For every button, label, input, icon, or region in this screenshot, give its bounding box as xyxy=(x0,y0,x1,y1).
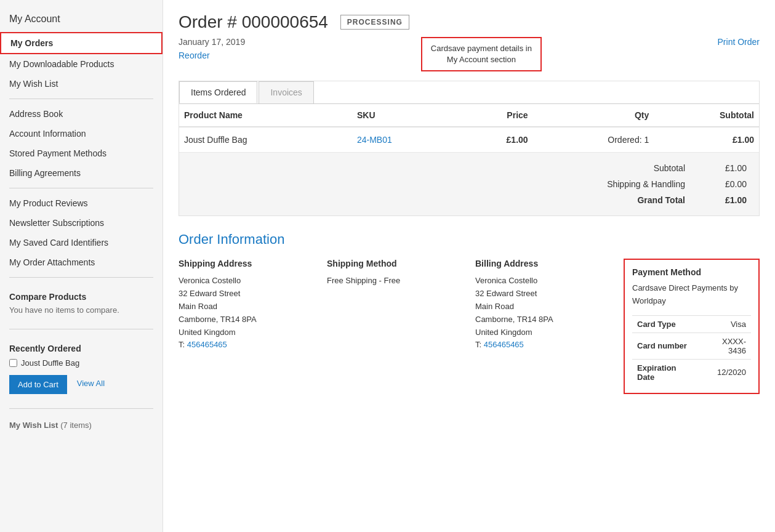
card-type-label: Card Type xyxy=(632,315,700,332)
sidebar-item-address-book[interactable]: Address Book xyxy=(0,104,163,124)
payment-method-section: Payment Method Cardsave Direct Payments … xyxy=(624,259,760,394)
expiration-value: 12/2020 xyxy=(700,359,751,385)
card-number-label: Card number xyxy=(632,332,700,359)
card-type-row: Card Type Visa xyxy=(632,315,751,332)
card-type-value: Visa xyxy=(700,315,751,332)
tabs: Items Ordered Invoices xyxy=(179,81,759,104)
shipping-address-section: Shipping Address Veronica Costello 32 Ed… xyxy=(179,259,315,394)
cardsave-notice: Cardsave payment details inMy Account se… xyxy=(421,37,542,71)
sidebar-compare: Compare Products You have no items to co… xyxy=(0,283,163,324)
sidebar-divider-5 xyxy=(9,408,153,409)
shipping-address-content: Veronica Costello 32 Edward Street Main … xyxy=(179,275,315,352)
tab-content: Product Name SKU Price Qty Subtotal Jous… xyxy=(179,104,759,216)
sidebar-item-my-orders[interactable]: My Orders xyxy=(0,32,163,54)
col-qty: Qty xyxy=(533,104,654,127)
order-meta: January 17, 2019 Reorder Cardsave paymen… xyxy=(179,37,760,71)
subtotal-row: Subtotal £1.00 xyxy=(191,160,747,176)
sidebar-item-wishlist[interactable]: My Wish List xyxy=(0,74,163,94)
order-date: January 17, 2019 xyxy=(179,37,245,47)
payment-description: Cardsave Direct Payments by Worldpay xyxy=(632,282,751,308)
expiration-label: Expiration Date xyxy=(632,359,700,385)
expiration-row: Expiration Date 12/2020 xyxy=(632,359,751,385)
shipping-address-title: Shipping Address xyxy=(179,259,315,268)
sidebar-item-newsletter[interactable]: Newsletter Subscriptions xyxy=(0,213,163,233)
card-number-value: XXXX-3436 xyxy=(700,332,751,359)
cell-sku: 24-MB01 xyxy=(352,127,459,153)
sidebar-recently-ordered: Recently Ordered Joust Duffle Bag Add to… xyxy=(0,334,163,403)
sidebar-item-billing-agreements[interactable]: Billing Agreements xyxy=(0,163,163,183)
sidebar-divider-2 xyxy=(9,188,153,188)
shipping-method-section: Shipping Method Free Shipping - Free xyxy=(327,259,463,394)
recently-item-checkbox[interactable] xyxy=(9,359,17,367)
sidebar-item-my-account[interactable]: My Account xyxy=(0,6,163,32)
shipping-method-value: Free Shipping - Free xyxy=(327,275,463,288)
cell-product-name: Joust Duffle Bag xyxy=(179,127,352,153)
subtotal-value: £1.00 xyxy=(697,163,747,173)
grand-total-label: Grand Total xyxy=(574,195,697,205)
table-row: Joust Duffle Bag 24-MB01 £1.00 Ordered: … xyxy=(179,127,759,153)
shipping-row: Shipping & Handling £0.00 xyxy=(191,176,747,192)
billing-address-content: Veronica Costello 32 Edward Street Main … xyxy=(475,275,611,352)
col-product-name: Product Name xyxy=(179,104,352,127)
order-header: Order # 000000654 PROCESSING xyxy=(179,12,760,32)
sidebar: My Account My Orders My Downloadable Pro… xyxy=(0,0,163,532)
main-content: Order # 000000654 PROCESSING January 17,… xyxy=(163,0,775,532)
cell-qty: Ordered: 1 xyxy=(533,127,654,153)
items-table: Product Name SKU Price Qty Subtotal Jous… xyxy=(179,104,759,153)
card-number-row: Card number XXXX-3436 xyxy=(632,332,751,359)
sidebar-divider-3 xyxy=(9,277,153,278)
sidebar-item-saved-card[interactable]: My Saved Card Identifiers xyxy=(0,233,163,252)
shipping-value: £0.00 xyxy=(697,179,747,189)
col-sku: SKU xyxy=(352,104,459,127)
recently-item: Joust Duffle Bag xyxy=(9,358,153,368)
sidebar-item-downloadable[interactable]: My Downloadable Products xyxy=(0,54,163,74)
compare-empty: You have no items to compare. xyxy=(9,305,153,315)
billing-address-section: Billing Address Veronica Costello 32 Edw… xyxy=(475,259,611,394)
billing-phone-link[interactable]: 456465465 xyxy=(484,340,524,349)
reorder-link[interactable]: Reorder xyxy=(179,50,210,60)
order-detail-wrapper: Items Ordered Invoices Product Name SKU … xyxy=(179,81,760,216)
grand-total-value: £1.00 xyxy=(697,195,747,205)
wishlist-title: My Wish List (7 items) xyxy=(9,420,153,430)
shipping-phone-link[interactable]: 456465465 xyxy=(187,340,227,349)
col-subtotal: Subtotal xyxy=(654,104,759,127)
sidebar-wishlist: My Wish List (7 items) xyxy=(0,414,163,436)
sidebar-divider-4 xyxy=(9,329,153,329)
shipping-label: Shipping & Handling xyxy=(574,179,697,189)
status-badge: PROCESSING xyxy=(340,15,409,30)
recently-title: Recently Ordered xyxy=(9,344,153,353)
cardsave-notice-container: Cardsave payment details inMy Account se… xyxy=(421,37,542,71)
grand-total-row: Grand Total £1.00 xyxy=(191,192,747,208)
billing-address-title: Billing Address xyxy=(475,259,611,268)
payment-method-title: Payment Method xyxy=(632,267,751,277)
order-info-grid: Shipping Address Veronica Costello 32 Ed… xyxy=(179,259,760,394)
cell-price: £1.00 xyxy=(459,127,533,153)
view-all-link[interactable]: View All xyxy=(77,379,105,388)
cell-subtotal: £1.00 xyxy=(654,127,759,153)
add-to-cart-button[interactable]: Add to Cart xyxy=(9,375,67,394)
payment-box: Payment Method Cardsave Direct Payments … xyxy=(624,259,760,394)
tab-invoices[interactable]: Invoices xyxy=(259,81,313,103)
recently-item-label: Joust Duffle Bag xyxy=(21,358,79,368)
compare-title: Compare Products xyxy=(9,292,153,302)
payment-table: Card Type Visa Card number XXXX-3436 Exp… xyxy=(632,315,751,385)
sidebar-item-stored-payment[interactable]: Stored Payment Methods xyxy=(0,143,163,163)
order-meta-left: January 17, 2019 Reorder xyxy=(179,37,245,60)
shipping-method-title: Shipping Method xyxy=(327,259,463,268)
order-info-title: Order Information xyxy=(179,232,760,248)
sidebar-divider-1 xyxy=(9,99,153,99)
col-price: Price xyxy=(459,104,533,127)
order-title: Order # 000000654 xyxy=(179,12,328,32)
subtotal-label: Subtotal xyxy=(574,163,697,173)
sidebar-item-order-attachments[interactable]: My Order Attachments xyxy=(0,252,163,272)
print-order-link[interactable]: Print Order xyxy=(718,37,760,47)
sidebar-item-account-info[interactable]: Account Information xyxy=(0,124,163,143)
tab-items-ordered[interactable]: Items Ordered xyxy=(179,81,257,103)
sidebar-item-product-reviews[interactable]: My Product Reviews xyxy=(0,193,163,213)
totals-section: Subtotal £1.00 Shipping & Handling £0.00… xyxy=(179,153,759,216)
